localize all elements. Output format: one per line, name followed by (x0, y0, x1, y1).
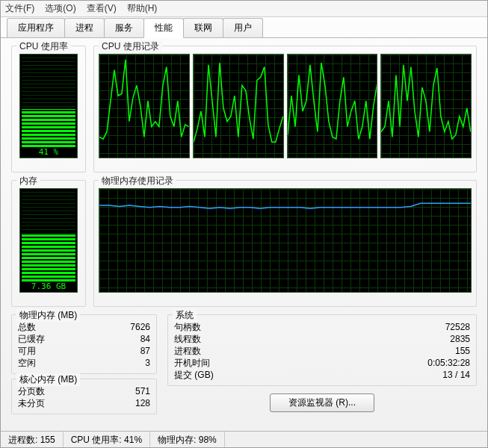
memory-meter-label: 7.36 GB (20, 281, 77, 291)
kern-paged-v: 571 (135, 385, 150, 397)
kern-nonpaged-v: 128 (135, 397, 150, 409)
memory-history-chart (99, 188, 472, 293)
menu-options[interactable]: 选项(O) (45, 2, 75, 15)
phys-free-v: 3 (145, 357, 150, 369)
phys-free-k: 空闲 (18, 357, 36, 369)
cpu-history-chart-3 (287, 54, 378, 158)
sys-uptime-k: 开机时间 (174, 357, 210, 369)
menubar: 文件(F) 选项(O) 查看(V) 帮助(H) (1, 1, 487, 17)
memory-meter: 7.36 GB (19, 188, 78, 293)
sys-handles-k: 句柄数 (174, 321, 201, 333)
kern-paged-k: 分页数 (18, 385, 45, 397)
sys-uptime-v: 0:05:32:28 (427, 357, 470, 369)
group-memory-label: 内存 (16, 175, 40, 187)
sys-threads-k: 线程数 (174, 333, 201, 345)
phys-total-k: 总数 (18, 321, 36, 333)
cpu-history-chart-1 (99, 54, 190, 158)
status-cpu: CPU 使用率: 41% (64, 432, 150, 447)
tab-services[interactable]: 服务 (104, 18, 144, 37)
sys-commit-k: 提交 (GB) (174, 369, 214, 381)
tab-performance[interactable]: 性能 (143, 18, 184, 38)
sys-procs-v: 155 (455, 345, 470, 357)
group-cpu-usage-label: CPU 使用率 (16, 40, 71, 53)
group-cpu-history-label: CPU 使用记录 (99, 40, 162, 53)
status-memory: 物理内存: 98% (150, 432, 225, 447)
statusbar: 进程数: 155 CPU 使用率: 41% 物理内存: 98% (1, 431, 487, 447)
group-memory: 内存 7.36 GB (11, 180, 86, 307)
tab-networking[interactable]: 联网 (183, 18, 223, 37)
phys-cached-v: 84 (140, 333, 150, 345)
group-physical-memory: 物理内存 (MB) 总数7626 已缓存84 可用87 空闲3 (11, 314, 157, 374)
group-system-label: 系统 (173, 309, 197, 322)
group-memory-history-label: 物理内存使用记录 (99, 175, 176, 187)
phys-avail-v: 87 (140, 345, 150, 357)
resource-monitor-button[interactable]: 资源监视器 (R)... (270, 393, 374, 412)
cpu-meter-label: 41 % (20, 147, 77, 157)
phys-total-v: 7626 (130, 321, 150, 333)
cpu-history-chart-4 (380, 54, 472, 158)
tab-applications[interactable]: 应用程序 (7, 18, 65, 37)
group-system: 系统 句柄数72528 线程数2835 进程数155 开机时间0:05:32:2… (167, 314, 477, 386)
sys-commit-v: 13 / 14 (442, 369, 470, 381)
sys-procs-k: 进程数 (174, 345, 201, 357)
menu-view[interactable]: 查看(V) (87, 2, 117, 15)
phys-avail-k: 可用 (18, 345, 36, 357)
tab-users[interactable]: 用户 (223, 18, 263, 37)
group-kernel-memory-label: 核心内存 (MB) (16, 373, 80, 386)
cpu-history-chart-2 (193, 54, 284, 158)
tab-processes[interactable]: 进程 (64, 18, 105, 37)
group-physical-memory-label: 物理内存 (MB) (16, 309, 80, 322)
cpu-meter: 41 % (19, 54, 78, 158)
group-memory-history: 物理内存使用记录 (93, 180, 477, 307)
menu-file[interactable]: 文件(F) (5, 2, 34, 15)
group-cpu-history: CPU 使用记录 (93, 46, 477, 172)
phys-cached-k: 已缓存 (18, 333, 45, 345)
menu-help[interactable]: 帮助(H) (127, 2, 158, 15)
tabstrip: 应用程序 进程 服务 性能 联网 用户 (1, 17, 487, 38)
group-kernel-memory: 核心内存 (MB) 分页数571 未分页128 (11, 379, 157, 414)
group-cpu-usage: CPU 使用率 41 % (11, 46, 86, 172)
status-processes: 进程数: 155 (1, 432, 64, 447)
kern-nonpaged-k: 未分页 (18, 397, 45, 409)
sys-threads-v: 2835 (450, 333, 470, 345)
sys-handles-v: 72528 (445, 321, 470, 333)
